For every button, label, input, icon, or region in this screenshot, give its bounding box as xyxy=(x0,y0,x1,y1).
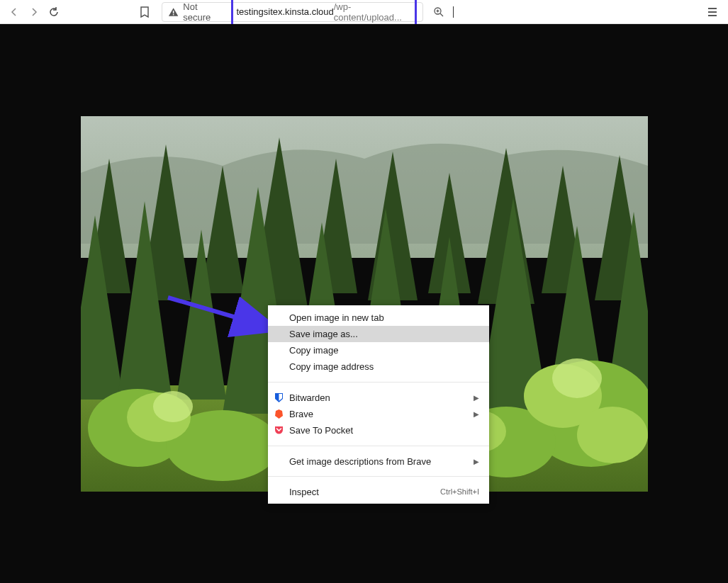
svg-point-21 xyxy=(153,391,193,422)
chevron-right-icon: ▶ xyxy=(474,458,479,465)
menu-item-label: Open image in new tab xyxy=(289,312,384,323)
browser-toolbar: Not secure testingsitex.kinsta.cloud/wp-… xyxy=(0,0,728,24)
menu-item-label: Brave xyxy=(289,409,313,419)
svg-rect-1 xyxy=(173,13,174,15)
address-bar[interactable]: Not secure testingsitex.kinsta.cloud/wp-… xyxy=(162,2,423,22)
svg-line-3 xyxy=(440,13,443,16)
url-text-highlighted: testingsitex.kinsta.cloud/wp-content/upl… xyxy=(231,0,417,26)
menu-item-label: Save image as... xyxy=(289,329,358,339)
menu-item-brave[interactable]: Brave ▶ xyxy=(268,406,489,422)
menu-item-copy-image-address[interactable]: Copy image address xyxy=(268,358,489,379)
bitwarden-icon xyxy=(273,392,284,404)
url-path: /wp-content/upload... xyxy=(334,1,412,23)
menu-item-save-to-pocket[interactable]: Save To Pocket xyxy=(268,422,489,443)
menu-item-label: Copy image xyxy=(289,345,338,356)
svg-point-18 xyxy=(577,407,648,463)
bookmark-button[interactable] xyxy=(136,4,153,21)
menu-item-inspect[interactable]: Inspect Ctrl+Shift+I xyxy=(268,480,489,504)
svg-rect-0 xyxy=(173,11,174,13)
menu-item-open-new-tab[interactable]: Open image in new tab xyxy=(268,305,489,326)
page-viewport: Open image in new tab Save image as... C… xyxy=(0,24,728,583)
brave-icon xyxy=(273,409,284,420)
security-indicator[interactable]: Not secure xyxy=(168,1,225,23)
security-label: Not secure xyxy=(183,1,225,23)
menu-item-label: Copy image address xyxy=(289,361,374,372)
pocket-icon xyxy=(273,425,284,436)
menu-item-label: Get image descriptions from Brave xyxy=(289,456,431,467)
chevron-right-icon: ▶ xyxy=(474,394,479,402)
warning-icon xyxy=(168,7,179,17)
svg-point-20 xyxy=(552,358,602,398)
menu-item-bitwarden[interactable]: Bitwarden ▶ xyxy=(268,385,489,406)
hamburger-menu-button[interactable] xyxy=(702,2,722,22)
menu-item-save-image-as[interactable]: Save image as... xyxy=(268,326,489,342)
chevron-right-icon: ▶ xyxy=(474,410,479,418)
menu-separator xyxy=(268,446,489,446)
menu-item-label: Bitwarden xyxy=(289,392,330,403)
menu-item-copy-image[interactable]: Copy image xyxy=(268,342,489,358)
menu-item-label: Save To Pocket xyxy=(289,425,353,436)
menu-separator xyxy=(268,476,489,477)
menu-item-shortcut: Ctrl+Shift+I xyxy=(440,487,479,496)
context-menu: Open image in new tab Save image as... C… xyxy=(268,305,489,504)
forward-button[interactable] xyxy=(26,4,43,21)
menu-item-image-descriptions[interactable]: Get image descriptions from Brave ▶ xyxy=(268,449,489,473)
url-host: testingsitex.kinsta.cloud xyxy=(236,6,333,17)
menu-separator xyxy=(268,382,489,383)
back-button[interactable] xyxy=(6,4,23,21)
search-cursor xyxy=(453,6,454,18)
zoom-button[interactable] xyxy=(432,5,446,19)
menu-item-label: Inspect xyxy=(289,487,319,497)
reload-button[interactable] xyxy=(45,4,62,21)
